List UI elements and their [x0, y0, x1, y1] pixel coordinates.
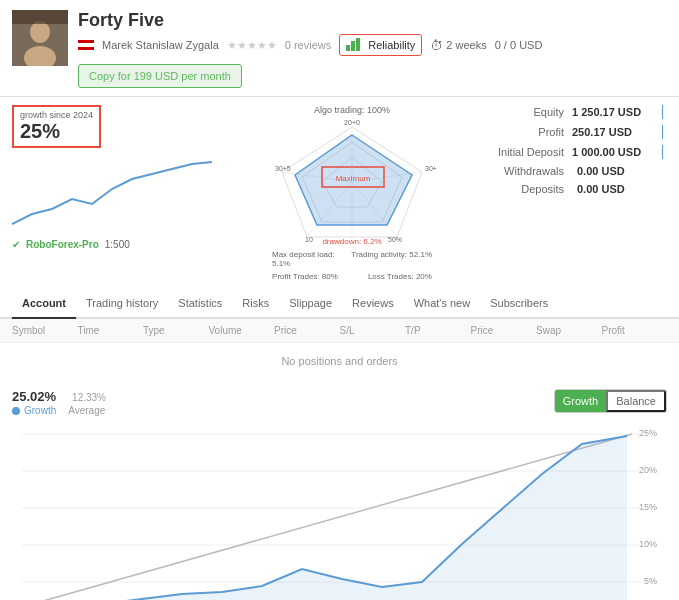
- deposits-row: Deposits 0.00 USD: [472, 183, 667, 195]
- reliability-badge: Reliability: [339, 34, 422, 56]
- initial-deposit-value: 1 000.00 USD: [572, 146, 662, 158]
- max-deposit-label: Max deposit load:5.1%: [272, 250, 335, 268]
- equity-row: Equity 1 250.17 USD: [472, 105, 667, 119]
- svg-point-1: [30, 21, 50, 43]
- profit-value: 250.17 USD: [572, 126, 662, 138]
- stars: ★★★★★: [227, 39, 277, 52]
- col-swap: Swap: [536, 325, 602, 336]
- radar-drawdown-label: drawdown: 6.2%: [322, 237, 381, 246]
- svg-text:30+5: 30+5: [275, 165, 291, 172]
- withdrawals-label: Withdrawals: [472, 165, 572, 177]
- radar-chart-section: Algo trading: 100% Maximum 20+0 30+5 50%…: [232, 105, 472, 281]
- initial-deposit-bar-wrap: [662, 145, 663, 159]
- svg-text:25%: 25%: [639, 428, 657, 438]
- chart-metrics: 25.02% 12.33% Growth Average: [12, 389, 554, 416]
- equity-bar: [662, 105, 663, 119]
- growth-chart-svg: 25% 20% 15% 10% 5% 0%: [12, 424, 667, 600]
- toggle-growth-button[interactable]: Growth: [555, 390, 606, 412]
- broker-info: ✔ RoboForex-Pro 1:500: [12, 239, 232, 250]
- broker-name: RoboForex-Pro: [26, 239, 99, 250]
- col-tp: T/P: [405, 325, 471, 336]
- chart-header: 25.02% 12.33% Growth Average Growth Bala…: [12, 389, 667, 416]
- svg-text:30+5: 30+5: [425, 165, 437, 172]
- flag-icon: [78, 40, 94, 50]
- trading-activity-label: Trading activity: 52.1%: [351, 250, 432, 268]
- profit-label: Profit: [472, 126, 572, 138]
- radar-algo-label: Algo trading: 100%: [314, 105, 390, 115]
- svg-rect-7: [351, 41, 355, 51]
- header-section: Forty Five Marek Stanislaw Zygala ★★★★★ …: [0, 0, 679, 97]
- tab-subscribers[interactable]: Subscribers: [480, 289, 558, 319]
- author-name: Marek Stanislaw Zygala: [102, 39, 219, 51]
- chart-toggle: Growth Balance: [554, 389, 667, 413]
- tab-risks[interactable]: Risks: [232, 289, 279, 319]
- clock-icon: ⏱: [430, 38, 443, 53]
- initial-deposit-bar: [662, 145, 663, 159]
- profit-bar-wrap: [662, 125, 663, 139]
- svg-text:20%: 20%: [639, 465, 657, 475]
- tab-reviews[interactable]: Reviews: [342, 289, 404, 319]
- growth-chart-container: 25% 20% 15% 10% 5% 0% 0 1 2 3: [12, 424, 667, 600]
- col-profit: Profit: [602, 325, 668, 336]
- tab-account[interactable]: Account: [12, 289, 76, 319]
- reliability-bars-icon: [346, 37, 364, 53]
- usd-badge: 0 / 0 USD: [495, 39, 543, 51]
- svg-text:5%: 5%: [644, 576, 657, 586]
- table-header: Symbol Time Type Volume Price S/L T/P Pr…: [0, 319, 679, 343]
- col-time: Time: [78, 325, 144, 336]
- copy-button[interactable]: Copy for 199 USD per month: [78, 64, 242, 88]
- svg-text:15%: 15%: [639, 502, 657, 512]
- profit-row: Profit 250.17 USD: [472, 125, 667, 139]
- svg-rect-6: [346, 45, 350, 51]
- svg-rect-3: [12, 10, 68, 24]
- deposits-value: 0.00 USD: [577, 183, 667, 195]
- stats-left: growth since 2024 25% ✔ RoboForex-Pro 1:…: [12, 105, 232, 281]
- toggle-balance-button[interactable]: Balance: [606, 390, 666, 412]
- svg-text:20+0: 20+0: [344, 119, 360, 126]
- svg-rect-5: [78, 43, 94, 47]
- initial-deposit-row: Initial Deposit 1 000.00 USD: [472, 145, 667, 159]
- svg-text:10%: 10%: [639, 539, 657, 549]
- avatar: [12, 10, 68, 66]
- stats-right: Equity 1 250.17 USD Profit 250.17 USD In…: [472, 105, 667, 281]
- svg-rect-8: [356, 38, 360, 51]
- signal-title: Forty Five: [78, 10, 667, 31]
- svg-text:10: 10: [305, 236, 313, 243]
- growth-badge: growth since 2024 25%: [12, 105, 101, 148]
- profit-loss-labels: Profit Trades: 80% Loss Trades: 20%: [272, 272, 432, 281]
- tab-whats-new[interactable]: What's new: [404, 289, 481, 319]
- initial-deposit-label: Initial Deposit: [472, 146, 572, 158]
- growth-label: Growth: [24, 405, 56, 416]
- tab-slippage[interactable]: Slippage: [279, 289, 342, 319]
- equity-value: 1 250.17 USD: [572, 106, 662, 118]
- col-symbol: Symbol: [12, 325, 78, 336]
- col-price1: Price: [274, 325, 340, 336]
- withdrawals-value: 0.00 USD: [577, 165, 667, 177]
- col-type: Type: [143, 325, 209, 336]
- stats-section: growth since 2024 25% ✔ RoboForex-Pro 1:…: [0, 97, 679, 289]
- metric-sub-row: Growth Average: [12, 405, 554, 416]
- reliability-label: Reliability: [368, 39, 415, 51]
- tabs-bar: Account Trading history Statistics Risks…: [0, 289, 679, 319]
- tab-statistics[interactable]: Statistics: [168, 289, 232, 319]
- radar-chart: Maximum 20+0 30+5 50% 10 30+5: [267, 117, 437, 247]
- equity-label: Equity: [472, 106, 572, 118]
- avg-label: Average: [68, 405, 105, 416]
- growth-since: growth since 2024: [20, 110, 93, 120]
- equity-bar-wrap: [662, 105, 663, 119]
- header-info: Forty Five Marek Stanislaw Zygala ★★★★★ …: [78, 10, 667, 88]
- col-volume: Volume: [209, 325, 275, 336]
- metric-main-value: 25.02%: [12, 389, 56, 404]
- growth-pct: 25%: [20, 120, 93, 143]
- avatar-image: [12, 10, 68, 66]
- withdrawals-row: Withdrawals 0.00 USD: [472, 165, 667, 177]
- chart-section: 25.02% 12.33% Growth Average Growth Bala…: [0, 379, 679, 600]
- no-positions-message: No positions and orders: [0, 343, 679, 379]
- metric-avg-value: 12.33%: [72, 392, 106, 403]
- tab-trading-history[interactable]: Trading history: [76, 289, 168, 319]
- deposits-label: Deposits: [472, 183, 572, 195]
- leverage: 1:500: [105, 239, 130, 250]
- header-sub-row: Marek Stanislaw Zygala ★★★★★ 0 reviews R…: [78, 34, 667, 56]
- col-sl: S/L: [340, 325, 406, 336]
- weeks-badge: ⏱ 2 weeks: [430, 38, 486, 53]
